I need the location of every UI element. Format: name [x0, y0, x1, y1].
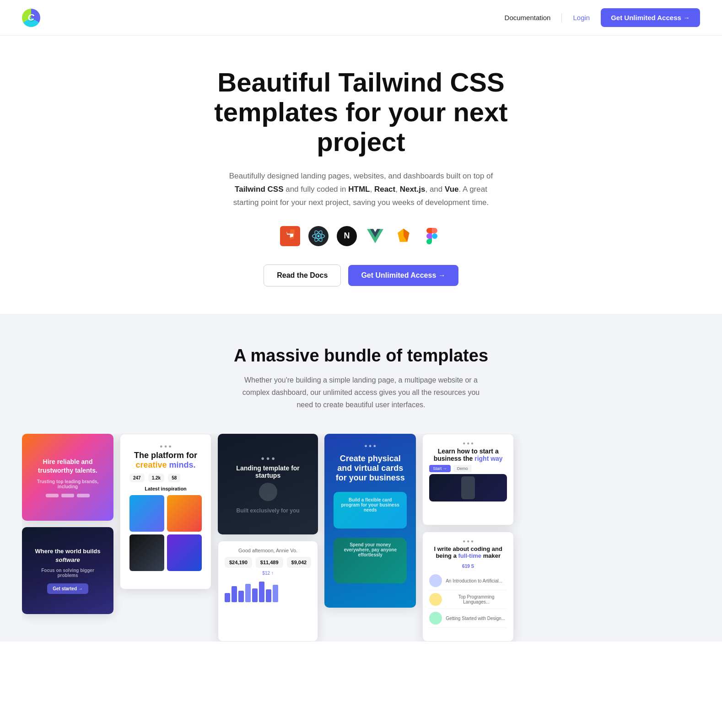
- template-card-creative[interactable]: ● ● ● The platform for creative minds. 2…: [120, 434, 211, 589]
- gallery-col-5: ● ● ● Learn how to start a business the …: [422, 434, 514, 642]
- startup-label: ● ● ●: [261, 455, 275, 462]
- dashboard-stats-row: $24,190 $11,489 $9,042: [225, 557, 311, 568]
- blog-learn-demo: Demo: [453, 465, 472, 472]
- hiring-logos: [31, 494, 104, 497]
- software-title: Where the world builds software: [31, 547, 104, 564]
- template-card-startup[interactable]: ● ● ● Landing template for startups Buil…: [218, 434, 318, 534]
- bundle-heading: A massive bundle of templates: [22, 346, 700, 366]
- blog-post-row-3: Getting Started with Design...: [429, 609, 507, 628]
- creative-nav: ● ● ●: [129, 443, 202, 449]
- bar-2: [232, 586, 237, 602]
- hero-section: Beautiful Tailwind CSS templates for you…: [0, 36, 722, 314]
- nav-login-link[interactable]: Login: [573, 14, 590, 22]
- insp-item-3: [129, 534, 164, 571]
- dash-stat-2: $11,489: [256, 557, 283, 568]
- software-subtitle: Focus on solving bigger problems: [31, 568, 104, 578]
- blog-learn-nav: ● ● ●: [429, 441, 507, 446]
- avatar-2: [429, 593, 442, 606]
- gallery-col-3: ● ● ● Landing template for startups Buil…: [218, 434, 318, 642]
- react-icon: [308, 226, 329, 246]
- blog-post-row-1: An Introduction to Artificial...: [429, 572, 507, 590]
- post-text-2: Top Programming Languages...: [446, 594, 507, 604]
- figma-icon: [422, 226, 442, 246]
- dashboard-header: Good afternoon, Annie Vo.: [225, 548, 311, 553]
- avatar-3: [429, 612, 442, 625]
- html5-icon: [280, 226, 300, 246]
- inspiration-label: Latest inspiration: [129, 486, 202, 491]
- gallery-col-4: ● ● ● Create physical and virtual cards …: [324, 434, 416, 608]
- blog-posts-nav: ● ● ●: [429, 539, 507, 544]
- bar-3: [238, 591, 244, 602]
- template-card-blog-posts[interactable]: ● ● ● I write about coding and being a f…: [422, 532, 514, 642]
- svg-point-5: [318, 235, 320, 237]
- bar-1: [225, 593, 230, 602]
- post-text-1: An Introduction to Artificial...: [446, 578, 502, 583]
- creative-title: The platform for creative minds.: [129, 451, 202, 470]
- hero-description: Beautifully designed landing pages, webs…: [224, 170, 498, 210]
- hero-nextjs: Next.js: [400, 185, 426, 194]
- template-card-hiring[interactable]: Hire reliable and trustworthy talents. T…: [22, 434, 113, 521]
- hiring-title: Hire reliable and trustworthy talents.: [31, 458, 104, 475]
- bar-7: [266, 589, 271, 602]
- blog-learn-btns: Start → Demo: [429, 465, 507, 472]
- template-card-blog-learn[interactable]: ● ● ● Learn how to start a business the …: [422, 434, 514, 525]
- sketch-icon: [393, 226, 414, 246]
- hero-tailwind: Tailwind CSS: [235, 185, 283, 194]
- logo-icon: C: [22, 9, 40, 27]
- bundle-description: Whether you're building a simple landing…: [242, 374, 480, 411]
- creative-stats: 247 1.2k 58: [129, 474, 202, 482]
- hero-cta-button[interactable]: Get Unlimited Access →: [348, 265, 458, 286]
- fintech-card-visual: Build a flexible card program for your b…: [334, 492, 407, 528]
- nav-divider: [561, 13, 562, 22]
- template-card-software[interactable]: Where the world builds software Focus on…: [22, 527, 113, 614]
- hero-html: HTML: [348, 185, 370, 194]
- hero-react: React: [374, 185, 395, 194]
- vue-icon: [365, 226, 385, 246]
- read-docs-button[interactable]: Read the Docs: [264, 264, 341, 286]
- dash-sub-stat: $12 ↑: [225, 571, 311, 576]
- nav-right: Documentation Login Get Unlimited Access…: [505, 8, 700, 27]
- gallery-col-2: ● ● ● The platform for creative minds. 2…: [120, 434, 211, 589]
- blog-posts-title: I write about coding and being a full-ti…: [429, 545, 507, 559]
- post-text-3: Getting Started with Design...: [446, 616, 505, 621]
- insp-item-1: [129, 495, 164, 532]
- template-card-fintech[interactable]: ● ● ● Create physical and virtual cards …: [324, 434, 416, 608]
- blog-learn-image: [429, 474, 507, 502]
- hero-headline: Beautiful Tailwind CSS templates for you…: [173, 68, 549, 157]
- bar-5: [252, 588, 258, 602]
- blog-posts-stat: 619 S: [429, 564, 507, 569]
- bar-4: [245, 584, 251, 602]
- startup-icon: [259, 483, 277, 501]
- fintech-title: Create physical and virtual cards for yo…: [334, 454, 407, 483]
- nextjs-icon: N: [337, 226, 357, 246]
- gallery-col-1: Hire reliable and trustworthy talents. T…: [22, 434, 113, 614]
- insp-item-2: [167, 495, 202, 532]
- software-btn: Get started →: [47, 583, 88, 594]
- blog-post-row-2: Top Programming Languages...: [429, 590, 507, 609]
- tech-icons-row: N: [22, 226, 700, 246]
- dash-stat-1: $24,190: [225, 557, 252, 568]
- startup-title: Landing template for startups: [227, 464, 309, 479]
- insp-item-4: [167, 534, 202, 571]
- hiring-subtitle: Trusting top leading brands, including: [31, 479, 104, 489]
- bar-6: [259, 582, 264, 602]
- gallery-wrapper: Hire reliable and trustworthy talents. T…: [22, 434, 700, 642]
- bar-8: [273, 585, 278, 602]
- fintech-card-text: Build a flexible card program for your b…: [334, 492, 407, 518]
- dash-stat-3: $9,042: [287, 557, 312, 568]
- blog-learn-title: Learn how to start a business the right …: [429, 448, 507, 462]
- nav-docs-link[interactable]: Documentation: [505, 14, 551, 22]
- fintech-phone-text: Spend your money everywhere, pay anyone …: [334, 538, 407, 562]
- logo: C: [22, 9, 40, 27]
- hero-buttons: Read the Docs Get Unlimited Access →: [22, 264, 700, 286]
- avatar-1: [429, 574, 442, 587]
- inspiration-grid: [129, 495, 202, 571]
- navbar: C Documentation Login Get Unlimited Acce…: [0, 0, 722, 36]
- hero-vue: Vue: [445, 185, 459, 194]
- bundle-section: A massive bundle of templates Whether yo…: [0, 314, 722, 642]
- template-card-dashboard[interactable]: Good afternoon, Annie Vo. $24,190 $11,48…: [218, 541, 318, 642]
- dashboard-chart: [225, 579, 311, 602]
- nav-cta-button[interactable]: Get Unlimited Access →: [601, 8, 700, 27]
- fintech-nav: ● ● ●: [334, 443, 407, 448]
- startup-sub: Built exclusively for you: [237, 507, 300, 514]
